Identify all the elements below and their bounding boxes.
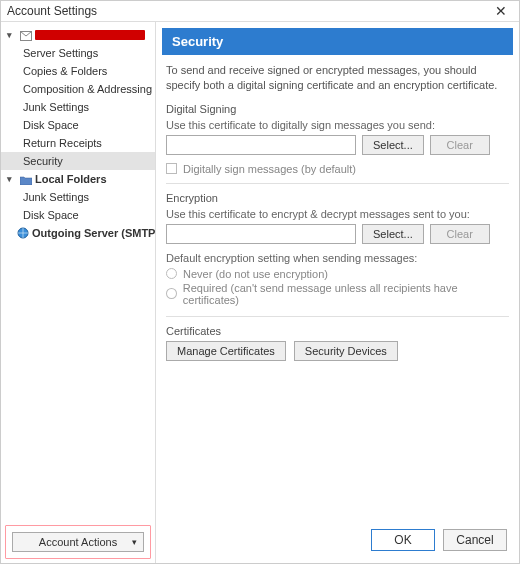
intro-text: To send and receive signed or encrypted … [166, 63, 509, 93]
account-name-redacted [35, 30, 145, 40]
account-actions-label: Account Actions [39, 536, 117, 548]
signing-group-label: Digital Signing [166, 103, 509, 115]
sidebar-item-security[interactable]: Security [1, 152, 155, 170]
security-panel: To send and receive signed or encrypted … [156, 63, 519, 519]
checkbox-icon [166, 163, 177, 174]
signing-cert-input[interactable] [166, 135, 356, 155]
chevron-down-icon: ▾ [7, 30, 17, 40]
signing-clear-button[interactable]: Clear [430, 135, 490, 155]
sidebar-item-lf-disk[interactable]: Disk Space [1, 206, 155, 224]
encryption-cert-input[interactable] [166, 224, 356, 244]
sidebar-item-junk-settings[interactable]: Junk Settings [1, 98, 155, 116]
ok-button[interactable]: OK [371, 529, 435, 551]
encryption-clear-button[interactable]: Clear [430, 224, 490, 244]
encryption-select-button[interactable]: Select... [362, 224, 424, 244]
sidebar-item-composition-addressing[interactable]: Composition & Addressing [1, 80, 155, 98]
content-pane: Security To send and receive signed or e… [156, 22, 519, 563]
smtp-label: Outgoing Server (SMTP) [32, 227, 155, 239]
folder-icon [20, 173, 32, 185]
default-encryption-label: Default encryption setting when sending … [166, 252, 509, 264]
account-header[interactable]: ▾ [1, 26, 155, 44]
close-icon[interactable]: ✕ [489, 4, 513, 18]
encryption-required-radio[interactable]: Required (can't send message unless all … [166, 282, 509, 306]
account-settings-window: Account Settings ✕ ▾ Server Settings Cop… [0, 0, 520, 564]
manage-certificates-button[interactable]: Manage Certificates [166, 341, 286, 361]
sidebar-item-copies-folders[interactable]: Copies & Folders [1, 62, 155, 80]
window-title: Account Settings [7, 4, 97, 18]
cancel-button[interactable]: Cancel [443, 529, 507, 551]
globe-icon [17, 227, 29, 239]
sidebar-item-server-settings[interactable]: Server Settings [1, 44, 155, 62]
sign-default-label: Digitally sign messages (by default) [183, 163, 356, 175]
signing-select-button[interactable]: Select... [362, 135, 424, 155]
account-tree: ▾ Server Settings Copies & Folders Compo… [1, 26, 155, 521]
sidebar: ▾ Server Settings Copies & Folders Compo… [1, 22, 156, 563]
dialog-body: ▾ Server Settings Copies & Folders Compo… [1, 21, 519, 563]
account-actions-container: Account Actions ▾ [5, 525, 151, 559]
radio-icon [166, 288, 177, 299]
sidebar-item-return-receipts[interactable]: Return Receipts [1, 134, 155, 152]
divider [166, 183, 509, 184]
panel-title: Security [162, 28, 513, 55]
certificates-group-label: Certificates [166, 325, 509, 337]
sidebar-item-disk-space[interactable]: Disk Space [1, 116, 155, 134]
smtp-header[interactable]: Outgoing Server (SMTP) [1, 224, 155, 242]
encryption-required-label: Required (can't send message unless all … [183, 282, 509, 306]
security-devices-button[interactable]: Security Devices [294, 341, 398, 361]
radio-icon [166, 268, 177, 279]
encryption-never-label: Never (do not use encryption) [183, 268, 328, 280]
encryption-group-label: Encryption [166, 192, 509, 204]
chevron-down-icon: ▾ [7, 174, 17, 184]
encryption-never-radio[interactable]: Never (do not use encryption) [166, 268, 509, 280]
chevron-down-icon: ▾ [132, 537, 137, 547]
divider [166, 316, 509, 317]
local-folders-header[interactable]: ▾ Local Folders [1, 170, 155, 188]
dialog-footer: OK Cancel [156, 519, 519, 563]
titlebar: Account Settings ✕ [1, 1, 519, 21]
sidebar-item-lf-junk[interactable]: Junk Settings [1, 188, 155, 206]
account-actions-button[interactable]: Account Actions ▾ [12, 532, 144, 552]
signing-desc: Use this certificate to digitally sign m… [166, 119, 509, 131]
local-folders-label: Local Folders [35, 173, 107, 185]
encryption-desc: Use this certificate to encrypt & decryp… [166, 208, 509, 220]
mail-icon [20, 29, 32, 41]
sign-default-checkbox-row[interactable]: Digitally sign messages (by default) [166, 163, 509, 175]
